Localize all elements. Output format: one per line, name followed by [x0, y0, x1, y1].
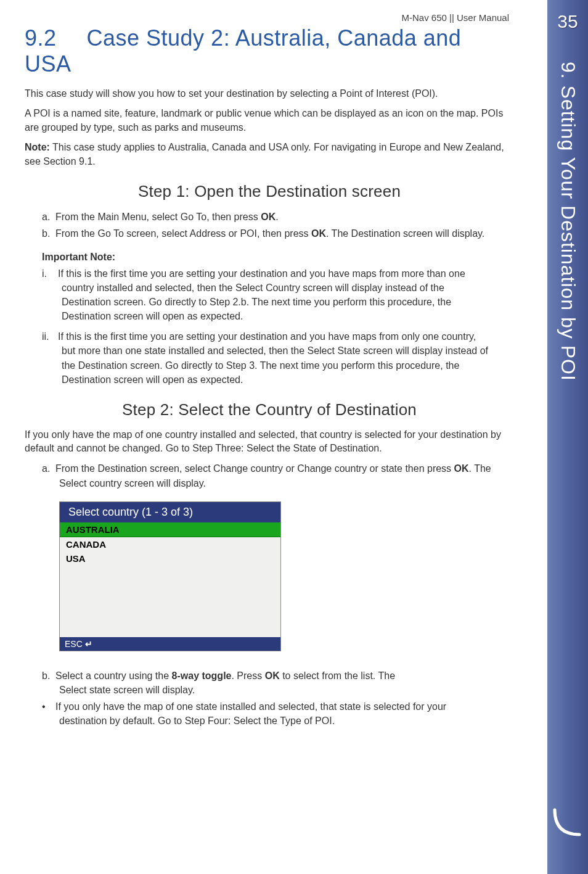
- screenshot-titlebar: Select country (1 - 3 of 3): [60, 502, 280, 522]
- step1-a: a.From the Main Menu, select Go To, then…: [25, 210, 514, 224]
- important-note-block: Important Note: i.If this is the first t…: [25, 252, 514, 386]
- list-marker: b.: [42, 669, 55, 683]
- country-row-selected[interactable]: AUSTRALIA: [60, 522, 280, 537]
- step2-b-pre: Select a country using the: [55, 670, 172, 681]
- step1-b: b.From the Go To screen, select Address …: [25, 226, 514, 241]
- step2-bullet: •If you only have the map of one state i…: [25, 699, 493, 728]
- step1-b-post: . The Destination screen will display.: [326, 228, 484, 239]
- page-number: 35: [547, 0, 588, 32]
- intro-paragraph-1: This case study will show you how to set…: [25, 87, 514, 101]
- select-country-screenshot: Select country (1 - 3 of 3) AUSTRALIA CA…: [59, 501, 281, 651]
- roman-marker: ii.: [42, 329, 58, 344]
- step1-a-pre: From the Main Menu, select Go To, then p…: [55, 212, 261, 222]
- step2-b: b.Select a country using the 8-way toggl…: [25, 669, 419, 697]
- ok-label: OK: [261, 212, 276, 222]
- esc-label[interactable]: ESC: [65, 639, 83, 649]
- section-heading: 9.2 Case Study 2: Australia, Canada and …: [25, 25, 514, 77]
- header-product: M-Nav 650 || User Manual: [25, 12, 514, 23]
- section-title-text: Case Study 2: Australia, Canada and USA: [25, 25, 461, 76]
- country-row[interactable]: CANADA: [60, 537, 280, 551]
- list-marker: a.: [42, 210, 55, 224]
- step2-heading: Step 2: Select the Country of Destinatio…: [25, 400, 514, 419]
- step2-a-pre: From the Destination screen, select Chan…: [55, 463, 454, 474]
- bullet-marker: •: [42, 699, 55, 714]
- chapter-tab-text: 9. Setting Your Destination by POI: [557, 62, 579, 381]
- ok-label: OK: [454, 463, 469, 474]
- side-tab: 35 9. Setting Your Destination by POI: [547, 0, 588, 874]
- country-row[interactable]: USA: [60, 551, 280, 566]
- step1-heading: Step 1: Open the Destination screen: [25, 182, 514, 201]
- important-note-i: i.If this is the first time you are sett…: [42, 266, 492, 323]
- note-label: Note:: [25, 142, 50, 152]
- step1-a-post: .: [276, 212, 278, 222]
- list-marker: b.: [42, 226, 55, 241]
- screenshot-body: AUSTRALIA CANADA USA: [60, 522, 280, 637]
- step2-bullet-text: If you only have the map of one state in…: [55, 701, 446, 726]
- important-note-ii-text: If this is the first time you are settin…: [58, 331, 488, 384]
- note-paragraph: Note: This case study applies to Austral…: [25, 141, 514, 168]
- important-note-label: Important Note:: [42, 252, 514, 263]
- roman-marker: i.: [42, 266, 58, 281]
- tab-curve-icon: [552, 807, 582, 837]
- screenshot-footer: ESC ↵: [60, 637, 280, 651]
- important-note-ii: ii.If this is the first time you are set…: [42, 329, 492, 386]
- note-text: This case study applies to Australia, Ca…: [25, 142, 504, 166]
- list-marker: a.: [42, 461, 55, 476]
- important-note-i-text: If this is the first time you are settin…: [58, 268, 465, 321]
- step1-b-pre: From the Go To screen, select Address or…: [55, 228, 311, 239]
- step2-a: a.From the Destination screen, select Ch…: [25, 461, 514, 490]
- step2-b-mid: . Press: [231, 670, 264, 681]
- enter-icon: ↵: [85, 639, 92, 649]
- toggle-label: 8-way toggle: [172, 670, 232, 681]
- ok-label: OK: [265, 670, 280, 681]
- step2-intro: If you only have the map of one country …: [25, 428, 514, 456]
- intro-paragraph-2: A POI is a named site, feature, landmark…: [25, 107, 514, 134]
- ok-label: OK: [311, 228, 326, 239]
- section-number: 9.2: [25, 25, 80, 51]
